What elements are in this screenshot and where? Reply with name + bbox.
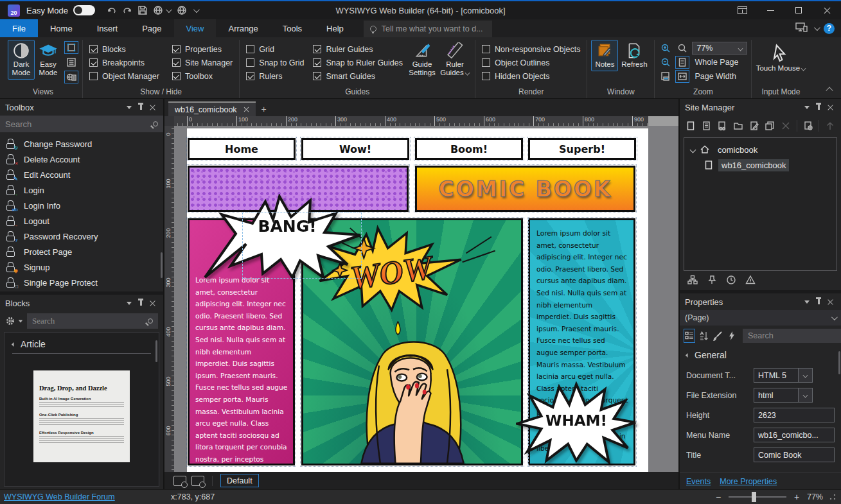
zoom-100-icon[interactable] [659, 70, 673, 83]
toolbox-item[interactable]: ?Password Recovery [0, 229, 163, 244]
blocks-menu-icon[interactable] [123, 298, 135, 308]
whole-page-button[interactable]: Whole Page [692, 58, 747, 67]
toolbox-search[interactable] [0, 116, 163, 132]
toolbox-item[interactable]: ✱Signup [0, 259, 163, 275]
toolbox-item[interactable]: □Single Page Protect [0, 275, 163, 290]
page-canvas[interactable]: Home Wow! Boom! Superb! COMIC BOOK Lorem… [187, 128, 648, 472]
close-button[interactable] [813, 2, 841, 19]
checkbox-grid[interactable]: Grid [246, 42, 304, 56]
checkbox-site-manager[interactable]: Site Manager [172, 56, 233, 69]
page-properties-icon[interactable] [801, 118, 815, 134]
properties-scrollbar[interactable] [838, 351, 840, 374]
checkbox-snap-to-grid[interactable]: Snap to Grid [246, 56, 304, 69]
checkbox-object-manager[interactable]: Object Manager [89, 69, 159, 83]
menu-name-field[interactable]: wb16_comicbo... [754, 428, 835, 442]
checkbox-object-outlines[interactable]: Object Outlines [482, 56, 580, 69]
height-field[interactable]: 2623 [754, 408, 835, 422]
zoom-level-select[interactable]: 77% [692, 42, 747, 55]
zoom-out-icon[interactable] [659, 56, 673, 69]
blocks-close-icon[interactable] [146, 298, 158, 308]
resize-grip[interactable] [829, 494, 836, 500]
properties-search[interactable] [743, 329, 841, 343]
wham-speech-bubble[interactable]: WHAM! [516, 381, 637, 464]
document-tab[interactable]: wb16_comicbook [168, 101, 256, 116]
minimize-button[interactable] [756, 2, 784, 19]
device-preview-dropdown-icon[interactable] [814, 24, 820, 31]
design-canvas[interactable]: Home Wow! Boom! Superb! COMIC BOOK Lorem… [174, 126, 678, 472]
tab-insert[interactable]: Insert [85, 19, 130, 37]
site-manager-pin-icon[interactable] [813, 102, 824, 112]
title-field[interactable]: Comic Book [754, 448, 835, 462]
manage-breakpoints-icon[interactable] [191, 476, 204, 486]
more-properties-link[interactable]: More Properties [720, 477, 777, 486]
tell-me-search[interactable]: Tell me what you want to d... [364, 21, 492, 37]
new-tab-button[interactable]: + [256, 101, 272, 116]
page-width-icon[interactable] [675, 70, 689, 83]
site-tree-page[interactable]: wb16_comicbook [687, 157, 834, 173]
sort-az-icon[interactable] [698, 329, 709, 343]
touch-mouse-button[interactable]: Touch Mouse [756, 40, 806, 73]
events-view-icon[interactable] [726, 329, 738, 343]
app-icon[interactable]: 20 [8, 4, 20, 17]
pin-view-icon[interactable] [707, 275, 717, 288]
blocks-section-article[interactable]: Article [12, 339, 151, 354]
preview-browser-icon[interactable] [150, 3, 166, 17]
help-icon[interactable]: ? [824, 23, 835, 34]
toolbox-menu-icon[interactable] [123, 102, 135, 112]
tab-home[interactable]: Home [38, 19, 85, 37]
checkbox-ruler-guides[interactable]: Ruler Guides [313, 42, 403, 56]
blocks-search[interactable] [27, 313, 158, 329]
quick-access-customize-icon[interactable] [193, 6, 200, 13]
easy-mode-toggle[interactable] [73, 5, 95, 15]
site-manager-close-icon[interactable] [824, 102, 836, 112]
properties-close-icon[interactable] [824, 297, 836, 307]
properties-menu-icon[interactable] [801, 297, 813, 307]
new-folder-icon[interactable] [731, 118, 745, 134]
toolbox-item[interactable]: Protect Page [0, 244, 163, 259]
toolbox-item[interactable]: ↻Change Password [0, 136, 163, 152]
issues-view-icon[interactable] [745, 275, 756, 288]
toolbox-item[interactable]: →Logout [0, 213, 163, 229]
clone-page-icon[interactable] [763, 118, 777, 134]
recent-view-icon[interactable] [726, 275, 736, 288]
refresh-button[interactable]: Refresh [618, 40, 650, 71]
checkbox-smart-guides[interactable]: Smart Guides [313, 69, 403, 83]
checkbox-hidden-objects[interactable]: Hidden Objects [482, 69, 580, 83]
site-manager-view-icon[interactable] [64, 71, 78, 83]
move-up-icon[interactable] [823, 118, 837, 134]
redo-icon[interactable] [120, 3, 135, 17]
preview-dropdown-icon[interactable] [166, 6, 172, 13]
bang-speech-bubble[interactable]: BANG! [204, 194, 363, 280]
publish-icon[interactable] [174, 3, 190, 17]
zoom-dialog-icon[interactable] [675, 42, 689, 55]
properties-search-input[interactable] [748, 331, 841, 340]
tab-arrange[interactable]: Arrange [216, 19, 270, 37]
tab-help[interactable]: Help [314, 19, 356, 37]
checkbox-non-responsive[interactable]: Non-responsive Objects [482, 42, 580, 56]
tab-close-icon[interactable] [243, 107, 249, 112]
nav-button-home[interactable]: Home [188, 138, 296, 160]
save-icon[interactable] [135, 3, 150, 17]
new-page-icon[interactable] [684, 118, 698, 134]
undo-icon[interactable] [104, 3, 120, 17]
easy-mode-button[interactable]: Easy Mode [35, 40, 62, 80]
page-alias-icon[interactable] [715, 118, 729, 134]
properties-section-general[interactable]: General [686, 349, 835, 365]
checkbox-toolbox[interactable]: Toolbox [172, 69, 233, 83]
tab-file[interactable]: File [0, 19, 38, 37]
site-manager-menu-icon[interactable] [801, 102, 813, 112]
maximize-button[interactable] [784, 2, 813, 19]
document-type-field[interactable]: HTML 5 [754, 368, 813, 383]
zoom-in-button[interactable]: + [793, 492, 801, 502]
breakpoint-view-icon[interactable] [64, 41, 78, 54]
toolbox-item[interactable]: ×Delete Account [0, 152, 163, 167]
checkbox-breakpoints[interactable]: Breakpoints [89, 56, 159, 69]
block-thumbnail-article[interactable]: Drag, Drop, and Dazzle Built-in AI Image… [33, 370, 130, 462]
blocks-settings-button[interactable] [5, 316, 23, 326]
whole-page-icon[interactable] [675, 56, 689, 69]
dark-mode-button[interactable]: Dark Mode [8, 40, 35, 80]
file-extension-field[interactable]: html [754, 388, 813, 403]
ribbon-collapse-button[interactable] [826, 87, 833, 94]
toolbox-item[interactable]: abLogin Info [0, 198, 163, 213]
sitemap-view-icon[interactable] [687, 275, 698, 288]
